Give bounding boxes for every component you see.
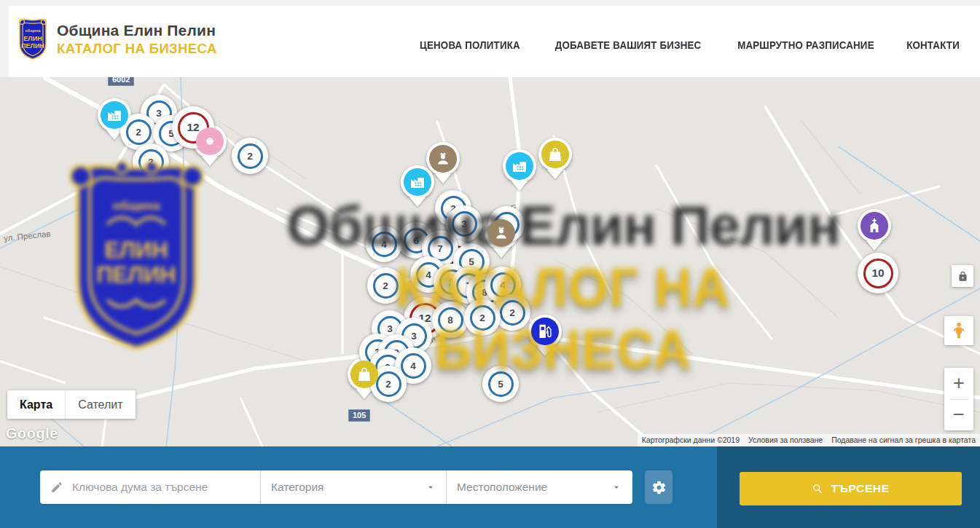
brand-text: Община Елин Пелин КАТАЛОГ НА БИЗНЕСА [57,22,217,57]
chevron-down-icon [426,482,436,492]
search-icon [812,483,824,495]
worker-pin[interactable] [426,142,460,176]
advanced-search-button[interactable] [645,470,673,504]
search-button-label: ТЪРСЕНЕ [831,482,889,495]
nav-item-add-business[interactable]: ДОБАВЕТЕ ВАШИЯТ БИЗНЕС [555,39,702,51]
bag-icon [350,360,378,388]
search-button[interactable]: ТЪРСЕНЕ [740,472,962,505]
nav-item-bus-schedule[interactable]: МАРШРУТНО РАЗПИСАНИЕ [737,39,874,51]
map-type-map-button[interactable]: Карта [7,390,65,419]
factory-icon [506,152,533,180]
street-view-pegman-button[interactable] [944,316,973,345]
svg-text:община: община [112,199,160,213]
pink-dot-icon [196,127,224,155]
church-icon [861,212,888,240]
zoom-in-button[interactable]: + [944,368,973,399]
cluster-count: 2 [126,119,152,145]
site-subtitle: КАТАЛОГ НА БИЗНЕСА [57,41,217,57]
map-attribution: Картографски данни ©2019 Условия за полз… [638,434,980,446]
cluster-count: 2 [238,143,263,169]
attribution-terms-link[interactable]: Условия за ползване [744,434,827,446]
svg-text:ПЕЛИН: ПЕЛИН [96,262,176,288]
keyword-input[interactable] [72,481,251,494]
main-nav: ЦЕНОВА ПОЛИТИКА ДОБАВЕТЕ ВАШИЯТ БИЗНЕС М… [415,39,962,51]
zoom-out-button[interactable]: − [944,400,973,431]
zoom-control: + − [944,368,973,430]
gear-icon [651,480,667,495]
site-title: Община Елин Пелин [57,22,217,39]
cluster-count: 10 [863,259,893,288]
search-fields: Категория Местоположение [40,470,632,504]
factory-icon [101,101,128,129]
svg-text:ЕЛИН: ЕЛИН [104,237,168,263]
watermark-crest: община ЕЛИН ПЕЛИН [62,157,211,360]
category-select[interactable]: Категория [260,470,446,504]
bag-icon [541,141,569,168]
nav-item-contacts[interactable]: КОНТАКТИ [906,39,960,51]
attribution-copyright: Картографски данни ©2019 [638,434,744,446]
location-select[interactable]: Местоположение [446,470,632,504]
watermark-subtitle: КАТАЛОГ НА БИЗНЕСА [260,256,865,380]
nav-item-pricing[interactable]: ЦЕНОВА ПОЛИТИКА [420,39,520,51]
factory-icon [404,168,431,196]
factory-pin[interactable] [503,149,536,183]
chevron-down-icon [611,482,622,492]
map-lock-button[interactable] [952,265,973,287]
category-select-value: Категория [271,481,324,494]
attribution-report-link[interactable]: Подаване на сигнал за грешка в картата [827,434,980,446]
worker-icon [429,145,457,173]
map-type-satellite-button[interactable]: Сателит [65,390,135,419]
pencil-icon [50,481,63,494]
cluster-marker[interactable]: 2 [232,138,268,174]
municipality-crest-logo: община ЕЛИН ПЕЛИН [16,17,50,61]
pegman-icon [949,321,968,340]
site-brand[interactable]: община ЕЛИН ПЕЛИН Община Елин Пелин КАТА… [16,17,217,61]
lock-icon [957,271,968,282]
bag-pin[interactable] [538,138,572,171]
search-bar-right-panel: ТЪРСЕНЕ [717,446,980,528]
map-type-control: Карта Сателит [7,390,136,419]
worker-icon [487,219,515,247]
keyword-field[interactable] [40,470,260,504]
google-logo[interactable]: Google [6,425,58,442]
google-map[interactable]: 6002105 ул. Преславбул. „Новоселци 32512… [0,77,980,446]
svg-text:община: община [25,28,41,33]
svg-text:ЕЛИН: ЕЛИН [23,35,42,42]
fuel-icon [531,318,559,345]
search-bar: ТЪРСЕНЕ Категория Местоположение [0,446,980,528]
header: община ЕЛИН ПЕЛИН Община Елин Пелин КАТА… [0,0,980,77]
page: община ЕЛИН ПЕЛИН Община Елин Пелин КАТА… [0,0,980,528]
location-select-value: Местоположение [457,481,547,494]
watermark-title: Община Елин Пелин [246,194,880,257]
svg-text:ПЕЛИН: ПЕЛИН [21,42,44,50]
